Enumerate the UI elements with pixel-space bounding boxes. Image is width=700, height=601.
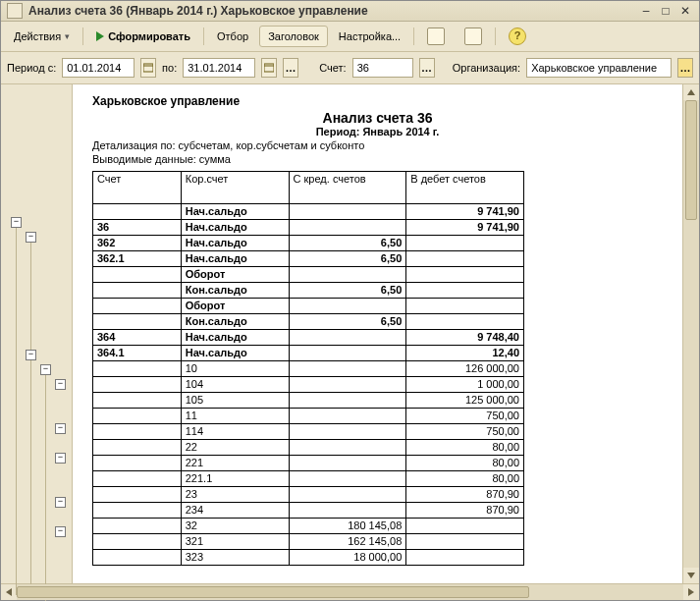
table-cell: 1 000,00 [406,377,524,393]
table-cell: Оборот [181,267,289,283]
report-output: Выводимые данные: сумма [92,153,663,165]
col-account: Счет [93,172,182,204]
outline-toggle[interactable]: − [55,497,66,508]
table-cell: 114 [181,424,289,440]
outline-toggle[interactable]: − [26,232,36,243]
horizontal-scrollbar[interactable] [1,583,699,600]
org-input[interactable] [526,58,672,78]
outline-toggle[interactable]: − [40,364,51,375]
period-from-input[interactable] [62,58,135,78]
table-cell: 221.1 [181,471,289,487]
scroll-down-button[interactable] [683,568,699,583]
period-choose-button[interactable]: … [283,58,298,78]
outline-toggle[interactable]: − [55,526,66,537]
minimize-button[interactable]: – [638,4,654,18]
table-cell [289,346,406,361]
window-title: Анализ счета 36 (Январь 2014 г.) Харьков… [28,1,634,21]
outline-toggle[interactable]: − [55,453,66,464]
org-choose-button[interactable]: … [677,58,693,78]
table-cell [406,267,524,283]
table-cell: 6,50 [289,251,406,267]
table-cell: 750,00 [406,424,524,440]
table-cell [406,519,524,534]
table-row: 234870,90 [93,503,524,519]
table-cell [93,456,182,471]
table-cell: 11 [181,409,289,424]
filter-button[interactable]: Отбор [208,26,257,47]
content-area: − − − − − − − − − Харьковское управление… [1,84,699,583]
scroll-thumb[interactable] [685,100,697,220]
table-cell [93,424,182,440]
maximize-button[interactable]: □ [658,4,673,18]
scroll-track[interactable] [683,100,699,568]
table-cell: 870,90 [406,487,524,503]
actions-menu[interactable]: Действия ▾ [5,26,79,47]
table-row: Оборот [93,299,524,314]
account-choose-button[interactable]: … [419,58,435,78]
table-cell [289,424,406,440]
table-cell: 180 145,08 [289,519,406,534]
scroll-track[interactable] [17,584,683,600]
table-row: Нач.сальдо9 741,90 [93,204,524,220]
scroll-up-button[interactable] [683,84,699,100]
scroll-right-button[interactable] [683,584,699,600]
table-cell: Нач.сальдо [181,204,289,220]
report-pane[interactable]: Харьковское управление Анализ счета 36 П… [73,84,682,583]
app-icon [7,3,23,19]
table-cell [289,204,406,220]
help-button[interactable]: ? [500,26,535,47]
table-cell: 126 000,00 [406,361,524,377]
table-cell: Нач.сальдо [181,236,289,251]
table-row: 11750,00 [93,409,524,424]
account-label: Счет: [319,62,346,74]
tool-button-2[interactable] [456,26,491,47]
table-cell: 9 741,90 [406,220,524,236]
table-cell [93,283,182,299]
filter-bar: Период с: по: … Счет: … Организация: … [1,52,699,84]
table-cell [93,299,182,314]
table-cell: 18 000,00 [289,550,406,566]
table-row: 32318 000,00 [93,550,524,566]
period-from-picker[interactable] [140,58,156,78]
table-cell: Нач.сальдо [181,346,289,361]
separator [413,27,414,45]
header-button[interactable]: Заголовок [259,26,328,47]
col-debit: В дебет счетов [406,172,524,204]
table-cell [289,471,406,487]
table-row: 114750,00 [93,424,524,440]
outline-toggle[interactable]: − [55,423,66,434]
table-row: Кон.сальдо6,50 [93,283,524,299]
table-cell: 12,40 [406,346,524,361]
settings-button[interactable]: Настройка... [330,26,409,47]
actions-label: Действия [14,27,61,46]
close-button[interactable]: ✕ [677,4,693,18]
col-credit: С кред. счетов [289,172,406,204]
period-to-picker[interactable] [261,58,277,78]
scroll-left-button[interactable] [1,584,17,600]
tool-button-1[interactable] [418,26,454,47]
scroll-thumb[interactable] [17,586,529,598]
account-input[interactable] [352,58,413,78]
run-button[interactable]: Сформировать [87,26,199,47]
table-cell: 364 [93,330,182,346]
table-cell: 364.1 [93,346,182,361]
outline-toggle[interactable]: − [11,217,22,228]
table-cell: 162 145,08 [289,534,406,550]
table-cell: 80,00 [406,471,524,487]
table-cell [289,330,406,346]
table-cell [289,503,406,519]
table-row: 362Нач.сальдо6,50 [93,236,524,251]
outline-toggle[interactable]: − [26,350,36,360]
period-to-input[interactable] [183,58,255,78]
outline-toggle[interactable]: − [55,379,66,390]
table-cell: Кон.сальдо [181,314,289,330]
table-cell: 105 [181,393,289,409]
export-icon [464,27,482,45]
table-cell [93,503,182,519]
table-cell: 362.1 [93,251,182,267]
vertical-scrollbar[interactable] [682,84,699,583]
table-cell [93,440,182,456]
table-row: 23870,90 [93,487,524,503]
table-row: 2280,00 [93,440,524,456]
table-cell: Нач.сальдо [181,220,289,236]
